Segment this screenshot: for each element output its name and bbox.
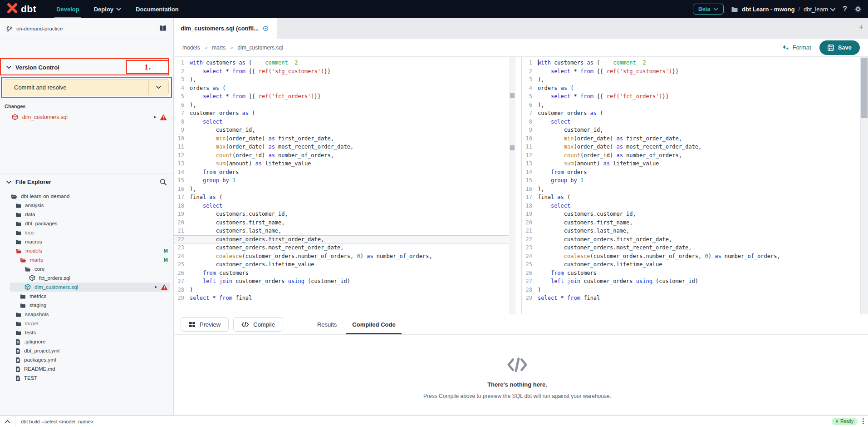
project-dropdown[interactable]: dbt_learn [804, 6, 835, 13]
code-line[interactable]: 29select * from final [174, 294, 509, 303]
code-line[interactable]: 16), [522, 185, 860, 194]
code-line[interactable]: 28) [522, 286, 860, 294]
expand-command-bar-button[interactable] [0, 416, 15, 427]
nav-item-deploy[interactable]: Deploy [87, 0, 128, 18]
editor-scrollbar[interactable] [860, 57, 868, 314]
code-line[interactable]: 17final as ( [174, 193, 509, 202]
code-line[interactable]: 13 sum(amount) as lifetime_value [174, 159, 509, 168]
file-tree-item-core[interactable]: core [0, 264, 173, 273]
code-line[interactable]: 24 coalesce(customer_orders.number_of_or… [174, 252, 509, 261]
branch-row[interactable]: on-demand-practice [0, 18, 173, 39]
file-tree-item-target[interactable]: target [0, 319, 173, 328]
kebab-menu-icon[interactable] [862, 418, 864, 425]
code-line[interactable]: 3), [522, 75, 860, 84]
code-line[interactable]: 22 customer_orders.first_order_date, [522, 235, 860, 244]
breadcrumb-item-marts[interactable]: marts [212, 45, 226, 51]
save-button[interactable]: Save [819, 40, 860, 55]
code-line[interactable]: 25 customer_orders.lifetime_value [522, 260, 860, 269]
file-tree-item-tests[interactable]: tests [0, 328, 173, 337]
code-line[interactable]: 15 group by 1 [522, 176, 860, 185]
code-line[interactable]: 2 select * from {{ ref('stg_customers')}… [522, 67, 860, 76]
dbt-logo[interactable]: dbt [6, 2, 36, 16]
file-tree-item-dbt_project.yml[interactable]: dbt_project.yml [0, 346, 173, 355]
code-line[interactable]: 8 select [174, 118, 509, 126]
nav-item-develop[interactable]: Develop [49, 0, 87, 18]
code-pane-left[interactable]: 1with customers as ( -- comment 22 selec… [174, 57, 509, 314]
code-line[interactable]: 4orders as ( [174, 84, 509, 93]
file-tree-item-dbt_packages[interactable]: dbt_packages [0, 219, 173, 228]
code-pane-right[interactable]: 1with customers as ( -- comment 22 selec… [522, 57, 860, 314]
code-line[interactable]: 18 select [174, 202, 509, 210]
code-line[interactable]: 5 select * from {{ ref('fct_orders')}} [174, 92, 509, 101]
code-line[interactable]: 20 customers.first_name, [522, 218, 860, 227]
tab-compiled-code[interactable]: Compiled Code [344, 314, 403, 334]
code-line[interactable]: 11 max(order_date) as most_recent_order_… [522, 143, 860, 151]
preview-button[interactable]: Preview [181, 317, 229, 332]
code-line[interactable]: 7customer_orders as ( [522, 109, 860, 118]
file-tree-item-data[interactable]: data [0, 210, 173, 219]
breadcrumb-item-models[interactable]: models [182, 45, 200, 51]
code-line[interactable]: 6), [174, 101, 509, 109]
code-line[interactable]: 9 customer_id, [174, 126, 509, 134]
code-line[interactable]: 23 customer_orders.most_recent_order_dat… [522, 243, 860, 252]
code-line[interactable]: 12 count(order_id) as number_of_orders, [522, 151, 860, 160]
code-line[interactable]: 27 left join customer_orders using (cust… [522, 277, 860, 286]
code-line[interactable]: 26 from customers [522, 269, 860, 278]
help-icon[interactable]: ? [843, 5, 847, 13]
code-line[interactable]: 13 sum(amount) as lifetime_value [522, 159, 860, 168]
compile-button[interactable]: Compile [233, 317, 283, 332]
file-tree-item-dim_customers.sql[interactable]: dim_customers.sql [0, 283, 173, 292]
code-line[interactable]: 5 select * from {{ ref('fct_orders')}} [522, 92, 860, 101]
file-tree-item-TEST[interactable]: TEST [0, 373, 173, 382]
code-line[interactable]: 9 customer_id, [522, 126, 860, 134]
file-tree-item-dbt-learn-on-demand[interactable]: dbt-learn-on-demand [0, 192, 173, 201]
code-line[interactable]: 11 max(order_date) as most_recent_order_… [174, 143, 509, 151]
nav-item-documentation[interactable]: Documentation [128, 0, 186, 18]
commit-options-dropdown[interactable] [148, 79, 168, 95]
code-line[interactable]: 23 customer_orders.most_recent_order_dat… [174, 243, 509, 252]
file-tree-item-analysis[interactable]: analysis [0, 201, 173, 210]
beta-dropdown[interactable]: Beta [693, 4, 724, 15]
changed-file-dim_customers.sql[interactable]: dim_customers.sql [0, 112, 173, 122]
code-line[interactable]: 16), [174, 185, 509, 194]
code-line[interactable]: 29select * from final [522, 294, 860, 303]
editor-annotation-strip[interactable] [509, 57, 515, 314]
code-line[interactable]: 21 customers.last_name, [174, 227, 509, 235]
code-line[interactable]: 19 customers.customer_id, [522, 210, 860, 218]
code-line[interactable]: 14 from orders [522, 168, 860, 177]
file-explorer-header[interactable]: File Explorer [0, 174, 173, 190]
breadcrumb-item-dim_customers.sql[interactable]: dim_customers.sql [238, 45, 283, 51]
code-line[interactable]: 18 select [522, 202, 860, 210]
search-icon[interactable] [160, 179, 167, 186]
tab-results[interactable]: Results [309, 314, 344, 334]
code-line[interactable]: 26 from customers [174, 269, 509, 278]
format-button[interactable]: Format [782, 44, 811, 51]
scrollbar-thumb[interactable] [861, 58, 868, 118]
command-input[interactable]: dbt build --select <model_name> [21, 419, 93, 424]
file-tree-item-snapshots[interactable]: snapshots [0, 310, 173, 319]
code-line[interactable]: 25 customer_orders.lifetime_value [174, 260, 509, 269]
file-tree-item-README.md[interactable]: README.md [0, 364, 173, 373]
code-line[interactable]: 1with customers as ( -- comment 2 [522, 59, 860, 67]
code-line[interactable]: 15 group by 1 [174, 176, 509, 185]
code-line[interactable]: 1with customers as ( -- comment 2 [174, 59, 509, 67]
gear-icon[interactable] [854, 5, 862, 13]
code-line[interactable]: 12 count(order_id) as number_of_orders, [174, 151, 509, 160]
code-line[interactable]: 8 select [522, 118, 860, 126]
code-line[interactable]: 17final as ( [522, 193, 860, 202]
code-line[interactable]: 10 min(order_date) as first_order_date, [174, 134, 509, 143]
new-tab-button[interactable]: + [858, 23, 863, 32]
code-line[interactable]: 7customer_orders as ( [174, 109, 509, 118]
file-tree-item-packages.yml[interactable]: packages.yml [0, 355, 173, 364]
code-line[interactable]: 20 customers.first_name, [174, 218, 509, 227]
file-tree-item-logs[interactable]: logs [0, 228, 173, 237]
commit-and-resolve-button[interactable]: Commit and resolve [4, 79, 169, 95]
file-tree-item-.gitignore[interactable]: .gitignore [0, 337, 173, 346]
file-tree-item-metrics[interactable]: metrics [0, 292, 173, 301]
editor-tab-dim-customers[interactable]: dim_customers.sql (confli... [174, 18, 277, 39]
file-tree-item-marts[interactable]: martsM [0, 255, 173, 264]
code-line[interactable]: 2 select * from {{ ref('stg_customers')}… [174, 67, 509, 76]
file-tree-item-fct_orders.sql[interactable]: fct_orders.sql [0, 273, 173, 283]
code-line[interactable]: 24 coalesce(customer_orders.number_of_or… [522, 252, 860, 261]
code-line[interactable]: 14 from orders [174, 168, 509, 177]
